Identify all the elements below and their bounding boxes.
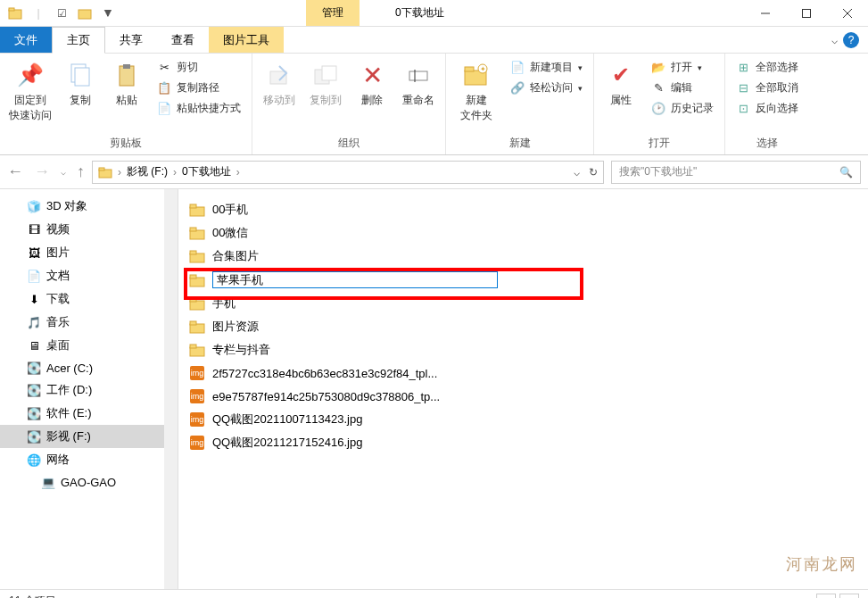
qat-dropdown[interactable]: ⯆ xyxy=(98,4,118,23)
tree-icon: 💽 xyxy=(27,406,41,420)
organize-label: 组织 xyxy=(252,134,445,154)
clipboard-label: 剪贴板 xyxy=(0,134,252,154)
tree-item[interactable]: 💽软件 (E:) xyxy=(0,402,178,425)
group-clipboard: 📌 固定到 快速访问 复制 粘贴 ✂剪切 📋复制路径 📄粘贴快捷方式 剪贴板 xyxy=(0,54,252,154)
view-details-button[interactable]: ☰ xyxy=(816,594,836,599)
easy-access-button[interactable]: 🔗轻松访问▾ xyxy=(507,79,586,96)
tree-item[interactable]: 🌐网络 xyxy=(0,448,178,471)
tree-icon: 💻 xyxy=(41,475,55,489)
cut-button[interactable]: ✂剪切 xyxy=(153,59,244,76)
paste-shortcut-button[interactable]: 📄粘贴快捷方式 xyxy=(153,100,244,117)
file-row[interactable]: 合集图片 xyxy=(178,245,868,268)
folder-icon xyxy=(189,342,205,358)
context-tab-manage[interactable]: 管理 xyxy=(306,0,360,26)
tab-share[interactable]: 共享 xyxy=(105,27,157,53)
tree-item[interactable]: 💽工作 (D:) xyxy=(0,378,178,402)
rename-input[interactable] xyxy=(212,271,498,288)
nav-tree[interactable]: 🧊3D 对象🎞视频🖼图片📄文档⬇下载🎵音乐🖥桌面💽Acer (C:)💽工作 (D… xyxy=(0,189,178,589)
select-all-button[interactable]: ⊞全部选择 xyxy=(732,59,802,76)
breadcrumb-drive[interactable]: 影视 (F:) xyxy=(127,164,168,179)
ribbon-collapse[interactable]: ⌵ xyxy=(831,34,838,46)
svg-text:✦: ✦ xyxy=(480,65,486,73)
file-row[interactable]: imgQQ截图20211217152416.jpg xyxy=(178,431,868,454)
help-icon[interactable]: ? xyxy=(843,32,859,48)
tree-label: 视频 xyxy=(46,221,70,237)
delete-button[interactable]: ✕ 删除 xyxy=(351,57,393,112)
tree-item[interactable]: 🧊3D 对象 xyxy=(0,195,178,218)
chevron-right-icon[interactable]: › xyxy=(173,166,177,179)
file-row[interactable]: imgQQ截图20211007113423.jpg xyxy=(178,408,868,431)
chevron-right-icon[interactable]: › xyxy=(118,166,121,179)
address-dropdown[interactable]: ⌵ xyxy=(574,166,580,179)
tree-item[interactable]: 🎵音乐 xyxy=(0,311,178,334)
copy-to-button[interactable]: 复制到 xyxy=(304,57,347,112)
tab-picture-tools[interactable]: 图片工具 xyxy=(209,27,284,53)
tree-item[interactable]: 💽影视 (F:) xyxy=(0,425,178,448)
svg-rect-14 xyxy=(409,71,427,80)
tab-home[interactable]: 主页 xyxy=(52,27,105,54)
new-item-button[interactable]: 📄新建项目▾ xyxy=(507,59,586,76)
new-folder-icon: ✦ xyxy=(462,61,491,89)
properties-button[interactable]: ✔ 属性 xyxy=(599,57,642,112)
folder-icon xyxy=(189,319,205,335)
file-row[interactable]: img2f5727cc318e4bc6b63ec831e3c92f84_tpl.… xyxy=(178,361,868,385)
back-button[interactable]: ← xyxy=(7,162,23,181)
checkbox-icon[interactable]: ☑ xyxy=(52,4,71,23)
easy-access-icon: 🔗 xyxy=(510,81,525,96)
minimize-button[interactable] xyxy=(745,0,786,27)
svg-rect-35 xyxy=(190,345,196,348)
view-icons-button[interactable]: ⊞ xyxy=(839,594,859,599)
file-row[interactable]: 图片资源 xyxy=(178,315,868,338)
chevron-right-icon[interactable]: › xyxy=(236,166,240,179)
tree-item[interactable]: ⬇下载 xyxy=(0,287,178,311)
file-row[interactable]: 手机 xyxy=(178,292,868,315)
tree-item[interactable]: 🎞视频 xyxy=(0,218,178,241)
tree-item[interactable]: 🖼图片 xyxy=(0,241,178,264)
paste-label: 粘贴 xyxy=(116,93,137,108)
tree-item[interactable]: 🖥桌面 xyxy=(0,334,178,357)
copy-path-button[interactable]: 📋复制路径 xyxy=(153,79,244,96)
rename-button[interactable]: 重命名 xyxy=(397,57,440,112)
move-to-button[interactable]: 移动到 xyxy=(258,57,301,112)
copy-label: 复制 xyxy=(70,93,91,108)
open-button[interactable]: 📂打开▾ xyxy=(648,59,717,76)
file-list[interactable]: 00手机00微信合集图片手机图片资源专栏与抖音img2f5727cc318e4b… xyxy=(178,189,868,589)
watermark: 河南龙网 xyxy=(786,553,857,575)
delete-icon: ✕ xyxy=(358,61,386,89)
history-button[interactable]: 🕑历史记录 xyxy=(648,100,717,117)
recent-dropdown[interactable]: ⌵ xyxy=(61,167,66,177)
svg-rect-21 xyxy=(99,168,104,170)
file-row[interactable]: 00手机 xyxy=(178,198,868,221)
statusbar: 11 个项目 ☰ ⊞ xyxy=(0,589,868,598)
tree-item[interactable]: 💽Acer (C:) xyxy=(0,357,178,378)
forward-button[interactable]: → xyxy=(34,162,50,181)
refresh-button[interactable]: ↻ xyxy=(589,166,598,179)
tree-icon: 💽 xyxy=(27,383,41,397)
tree-item[interactable]: 📄文档 xyxy=(0,264,178,287)
maximize-button[interactable] xyxy=(786,0,827,27)
pin-button[interactable]: 📌 固定到 快速访问 xyxy=(5,57,55,127)
breadcrumb-folder[interactable]: 0下载地址 xyxy=(182,164,231,179)
select-none-button[interactable]: ⊟全部取消 xyxy=(732,79,802,96)
file-row[interactable] xyxy=(178,268,868,292)
search-box[interactable]: 搜索"0下载地址" 🔍 xyxy=(611,161,861,184)
file-row[interactable]: imge9e75787fe914c25b753080d9c378806_tp..… xyxy=(178,385,868,408)
tab-file[interactable]: 文件 xyxy=(0,27,52,53)
file-row[interactable]: 专栏与抖音 xyxy=(178,338,868,361)
group-organize: 移动到 复制到 ✕ 删除 重命名 组织 xyxy=(252,54,446,154)
tab-view[interactable]: 查看 xyxy=(157,27,209,53)
edit-button[interactable]: ✎编辑 xyxy=(648,79,717,96)
paste-button[interactable]: 粘贴 xyxy=(105,57,148,112)
file-name: 00微信 xyxy=(212,225,248,241)
up-button[interactable]: ↑ xyxy=(77,162,85,181)
address-bar[interactable]: › 影视 (F:) › 0下载地址 › ⌵ ↻ xyxy=(92,161,604,184)
new-folder-button[interactable]: ✦ 新建 文件夹 xyxy=(451,57,501,127)
close-button[interactable] xyxy=(827,0,868,27)
tree-item[interactable]: 💻GAO-GAO xyxy=(0,471,178,493)
file-row[interactable]: 00微信 xyxy=(178,221,868,245)
copy-button[interactable]: 复制 xyxy=(59,57,102,112)
invert-selection-button[interactable]: ⊡反向选择 xyxy=(732,100,802,117)
folder-icon xyxy=(189,202,205,218)
svg-rect-27 xyxy=(190,251,196,254)
shortcut-icon: 📄 xyxy=(157,102,171,116)
